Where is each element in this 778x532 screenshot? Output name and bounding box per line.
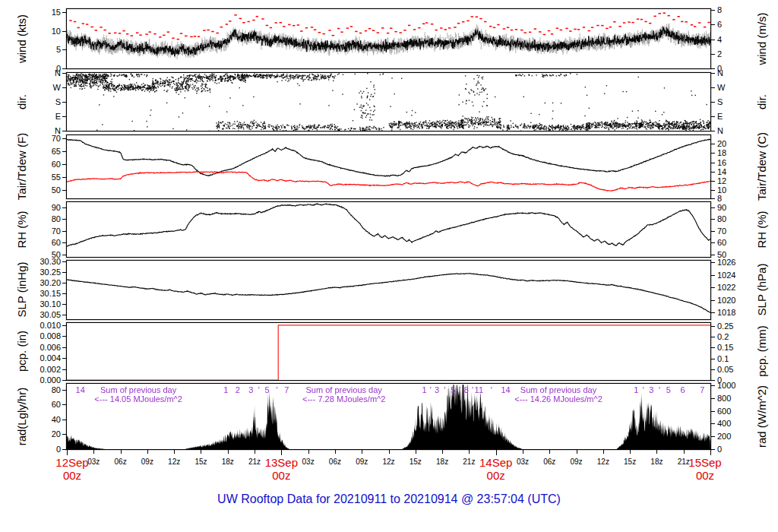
temp-ytick-l	[62, 164, 66, 165]
slp-ytick-l	[62, 272, 66, 273]
x-day-label: 14Sep00z	[479, 456, 512, 482]
temp-ytick-r	[711, 153, 715, 154]
rad-ytick-r	[711, 423, 715, 424]
rh-yticklabel-r: 90	[717, 203, 726, 212]
pcp-canvas	[67, 323, 710, 380]
x-minor-label: 06z	[543, 458, 555, 466]
rad-yticklabel-r: 1000	[717, 381, 735, 390]
dir-ytick-l	[62, 102, 66, 103]
x-minor-label: 21z	[248, 458, 261, 466]
rh-ytick-r	[711, 255, 715, 255]
rad-yticklabel-l: 80	[20, 385, 61, 394]
rad-ytick-r	[711, 398, 715, 399]
slp-canvas	[67, 261, 710, 319]
axis-label-rh-right: RH (%)	[755, 211, 768, 248]
wind-yticklabel-r: 4	[717, 35, 722, 44]
x-minor-label: 21z	[678, 458, 690, 466]
pcp-yticklabel-r: 0.2	[717, 332, 729, 341]
slp-ytick-r	[711, 275, 715, 276]
pcp-ytick-l	[62, 358, 66, 359]
x-minor-label: 12z	[597, 458, 609, 466]
x-tick	[523, 450, 523, 454]
axis-label-dir-right: dir.	[755, 94, 768, 109]
dir-yticklabel-r: E	[717, 112, 723, 121]
panel-slp	[66, 260, 711, 320]
rad-ytick-r	[711, 411, 715, 412]
dir-ytick-l	[62, 131, 66, 131]
x-tick-major	[281, 450, 282, 455]
temp-yticklabel-r: 8	[717, 194, 722, 203]
rad-yticklabel-r: 0	[717, 445, 722, 454]
wind-ytick-l	[62, 68, 66, 69]
rad-sum-line2: <--- 7.28 MJoules/m^2	[302, 394, 385, 404]
temp-yticklabel-l: 65	[20, 147, 61, 156]
x-minor-label: 21z	[463, 458, 475, 466]
wind-ytick-r	[711, 54, 715, 55]
pcp-ytick-l	[62, 336, 66, 337]
axis-label-wind-ms: wind (m/s)	[755, 12, 768, 65]
axis-label-pcp-mm: pcp. (mm)	[755, 325, 768, 377]
pcp-yticklabel-l: 0.006	[20, 343, 61, 352]
pcp-yticklabel-l: 0.004	[20, 353, 61, 363]
axis-label-tair-c: Tair/Tdew (C)	[755, 132, 768, 201]
slp-ytick-l	[62, 293, 66, 294]
dir-canvas	[67, 73, 710, 131]
wind-yticklabel-l: 10	[20, 27, 61, 36]
rh-yticklabel-r: 70	[717, 226, 726, 236]
wind-ytick-r	[711, 10, 715, 11]
wind-yticklabel-r: 2	[717, 49, 722, 59]
rh-ytick-r	[711, 207, 715, 208]
rh-yticklabel-r: 60	[717, 238, 726, 247]
x-day-hour: 00z	[265, 469, 298, 482]
slp-yticklabel-r: 1026	[717, 258, 735, 267]
x-tick	[389, 450, 390, 454]
x-minor-label: 06z	[115, 458, 127, 466]
temp-ytick-r	[711, 163, 715, 163]
wind-ytick-r	[711, 40, 715, 40]
rh-ytick-l	[62, 231, 66, 232]
temp-ytick-r	[711, 181, 715, 182]
x-day-label: 12Sep00z	[55, 456, 88, 482]
rh-yticklabel-l: 90	[20, 203, 61, 212]
dir-yticklabel-r: W	[717, 83, 725, 92]
x-day-hour: 00z	[688, 469, 721, 482]
wind-yticklabel-l: 15	[20, 8, 61, 17]
x-tick	[362, 450, 362, 454]
panel-pcp	[66, 322, 711, 381]
rad-hour-mark: 5	[264, 385, 269, 394]
rad-sum-line2: <--- 14.26 MJoules/m^2	[514, 394, 602, 404]
temp-yticklabel-r: 18	[717, 148, 726, 157]
rad-ytick-l	[62, 434, 66, 435]
axis-label-rad-wm2: rad (W/m^2)	[755, 385, 768, 448]
slp-yticklabel-l: 30.10	[20, 299, 61, 309]
rad-sum-line1: Sum of previous day	[100, 385, 176, 394]
rad-ytick-r	[711, 449, 715, 450]
x-tick	[174, 450, 175, 454]
rad-hour-mark: 14	[76, 385, 85, 394]
pcp-yticklabel-l: 0.002	[20, 365, 61, 374]
x-tick	[308, 450, 309, 454]
wind-ytick-r	[711, 24, 715, 25]
rad-hour-mark: '	[460, 385, 461, 394]
pcp-yticklabel-r: 0.1	[717, 354, 729, 363]
rh-ytick-l	[62, 207, 66, 208]
rad-ytick-l	[62, 404, 66, 405]
temp-ytick-l	[62, 138, 66, 139]
x-minor-label: 18z	[650, 458, 663, 466]
slp-ytick-r	[711, 287, 715, 288]
panel-dir	[66, 72, 711, 131]
pcp-ytick-r	[711, 359, 715, 359]
axis-label-slp-hpa: SLP (hPa)	[755, 264, 768, 316]
panel-temp	[66, 135, 711, 199]
slp-yticklabel-l: 30.20	[20, 278, 61, 287]
wind-yticklabel-r: 8	[717, 5, 722, 14]
rh-yticklabel-r: 80	[717, 214, 726, 223]
wind-yticklabel-r: 6	[717, 20, 722, 29]
rad-hour-mark: 1	[223, 385, 228, 394]
x-minor-label: 15z	[194, 458, 207, 466]
rad-yticklabel-r: 200	[717, 432, 731, 441]
x-tick	[656, 450, 657, 454]
rad-yticklabel-r: 600	[717, 407, 731, 416]
dir-ytick-r	[711, 116, 715, 117]
x-tick	[577, 450, 577, 454]
